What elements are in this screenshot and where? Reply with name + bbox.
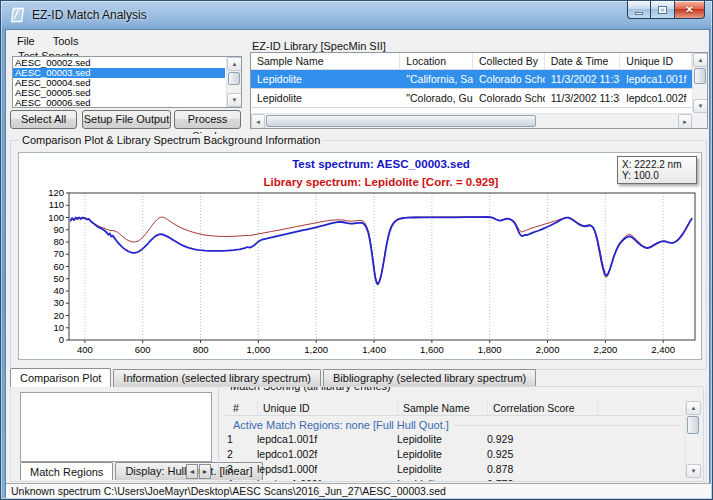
column-separator: [397, 401, 398, 415]
test-list-scrollbar[interactable]: ▲ ▼: [226, 57, 241, 107]
score-cell: 0.773: [487, 478, 513, 481]
score-cell: Lepidolite: [397, 433, 442, 445]
active-match-regions-note: Active Match Regions: none [Full Hull Qu…: [233, 419, 681, 431]
scroll-thumb[interactable]: [266, 115, 536, 127]
svg-text:1,400: 1,400: [362, 344, 386, 355]
list-item[interactable]: AESC_00006.sed: [13, 98, 225, 108]
table-cell: 11/3/2002 11:38...: [545, 70, 621, 88]
table-cell: "California, San ...: [400, 70, 473, 88]
library-table-hscrollbar[interactable]: ◄ ►: [251, 113, 692, 128]
tab-match-regions[interactable]: Match Regions: [20, 462, 113, 480]
svg-text:20: 20: [53, 310, 64, 321]
score-cell: lepdco1.002f: [257, 448, 317, 460]
app-icon: [10, 7, 26, 23]
score-cell: lepdsd1.000f: [257, 463, 317, 475]
test-spectrum-title: Test spectrum: AESC_00003.sed: [69, 158, 693, 170]
scroll-thumb[interactable]: [694, 68, 706, 84]
svg-text:10: 10: [53, 322, 64, 333]
column-header[interactable]: Sample Name: [403, 402, 470, 414]
match-scoring-scrollbar[interactable]: ▲ ▼: [685, 401, 700, 478]
score-cell: Lepidolite: [397, 463, 442, 475]
table-cell: "Colorado, Gunni...: [400, 89, 473, 107]
tab-bibliography[interactable]: Bibliography (selected library spectrum): [323, 369, 536, 387]
minimize-button[interactable]: [627, 1, 650, 19]
maximize-button[interactable]: [650, 1, 674, 19]
maximize-icon: [658, 6, 667, 14]
library-table[interactable]: Sample NameLocationCollected ByDate & Ti…: [250, 52, 708, 129]
series-test: [70, 217, 692, 284]
svg-text:2,400: 2,400: [651, 344, 675, 355]
scroll-up-icon[interactable]: ▲: [686, 401, 701, 415]
score-cell: 0.925: [487, 448, 513, 460]
tab-information[interactable]: Information (selected library spectrum): [113, 369, 321, 387]
main-tabstrip: Comparison PlotInformation (selected lib…: [10, 368, 538, 387]
menu-tools[interactable]: Tools: [44, 33, 88, 49]
scroll-left-icon[interactable]: ◄: [251, 114, 265, 129]
svg-text:50: 50: [53, 273, 64, 284]
scroll-up-icon[interactable]: ▲: [227, 57, 242, 71]
setup-file-output-button[interactable]: Setup File Output: [82, 110, 171, 129]
window-title: EZ-ID Match Analysis: [32, 8, 147, 22]
cursor-x-value: X: 2222.2 nm: [622, 159, 692, 170]
score-cell: 3: [227, 463, 233, 475]
process-single-button[interactable]: Process Single: [174, 110, 241, 129]
table-cell: lepdco1.002f: [620, 89, 692, 107]
svg-text:1,200: 1,200: [304, 344, 328, 355]
svg-text:0: 0: [59, 334, 64, 345]
scroll-up-icon[interactable]: ▲: [693, 53, 708, 67]
column-header[interactable]: Collected By: [473, 53, 545, 69]
score-cell: 0.929: [487, 433, 513, 445]
column-separator: [487, 401, 488, 415]
table-row[interactable]: Lepidolite"Colorado, Gunni...Colorado Sc…: [251, 89, 692, 108]
test-spectra-list[interactable]: AESC_00002.sedAESC_00003.sedAESC_00004.s…: [12, 56, 242, 108]
cursor-y-value: Y: 100.0: [622, 170, 692, 181]
svg-text:1,800: 1,800: [478, 344, 502, 355]
svg-text:90: 90: [53, 224, 64, 235]
svg-text:70: 70: [53, 248, 64, 259]
tab-scroll-left-icon[interactable]: ◄: [186, 464, 198, 479]
column-separator: [257, 401, 258, 415]
tab-scroll-right-icon[interactable]: ►: [199, 464, 211, 479]
library-label: EZ-ID Library [SpecMin SII]: [252, 40, 386, 52]
column-header[interactable]: Unique ID: [620, 53, 692, 69]
score-row[interactable]: 3lepdsd1.000fLepidolite0.878: [225, 463, 683, 478]
svg-text:110: 110: [49, 199, 64, 210]
scroll-down-icon[interactable]: ▼: [686, 464, 701, 478]
scroll-right-icon[interactable]: ►: [678, 114, 692, 129]
close-button[interactable]: ✕: [674, 1, 705, 19]
column-header[interactable]: Unique ID: [263, 402, 310, 414]
column-header[interactable]: Correlation Score: [493, 402, 575, 414]
tab-comparison[interactable]: Comparison Plot: [10, 368, 111, 387]
select-all-button[interactable]: Select All: [10, 110, 77, 129]
score-cell: 2: [227, 448, 233, 460]
score-row[interactable]: 4lepdnm1.000fLepidolite0.773: [225, 478, 683, 481]
match-scoring-header[interactable]: #Unique IDSample NameCorrelation Score: [225, 401, 683, 416]
title-bar[interactable]: EZ-ID Match Analysis ✕: [1, 1, 712, 29]
svg-text:1,000: 1,000: [246, 344, 270, 355]
table-row[interactable]: Lepidolite"California, San ...Colorado S…: [251, 70, 692, 89]
scroll-thumb[interactable]: [687, 416, 699, 434]
score-cell: 0.878: [487, 463, 513, 475]
comparison-plot-panel[interactable]: Test spectrum: AESC_00003.sed Library sp…: [18, 152, 702, 360]
comparison-group-label: Comparison Plot & Library Spectrum Backg…: [19, 134, 323, 146]
scroll-down-icon[interactable]: ▼: [693, 99, 708, 113]
svg-text:80: 80: [53, 236, 64, 247]
score-row[interactable]: 2lepdco1.002fLepidolite0.925: [225, 448, 683, 463]
cursor-readout-tooltip: X: 2222.2 nm Y: 100.0: [617, 156, 697, 184]
svg-text:30: 30: [53, 297, 64, 308]
library-table-header[interactable]: Sample NameLocationCollected ByDate & Ti…: [251, 53, 692, 70]
column-header[interactable]: Location: [400, 53, 473, 69]
column-header[interactable]: #: [233, 402, 239, 414]
svg-text:600: 600: [135, 344, 151, 355]
column-header[interactable]: Date & Time: [545, 53, 621, 69]
match-regions-panel[interactable]: [20, 392, 212, 462]
score-cell: Lepidolite: [397, 478, 442, 481]
score-cell: 1: [227, 433, 233, 445]
scroll-down-icon[interactable]: ▼: [227, 93, 242, 107]
library-table-vscrollbar[interactable]: ▲ ▼: [692, 53, 707, 113]
svg-text:40: 40: [53, 285, 64, 296]
menu-file[interactable]: File: [8, 33, 44, 49]
column-header[interactable]: Sample Name: [251, 53, 400, 69]
score-row[interactable]: 1lepdca1.001fLepidolite0.929: [225, 433, 683, 448]
scroll-thumb[interactable]: [228, 72, 240, 85]
